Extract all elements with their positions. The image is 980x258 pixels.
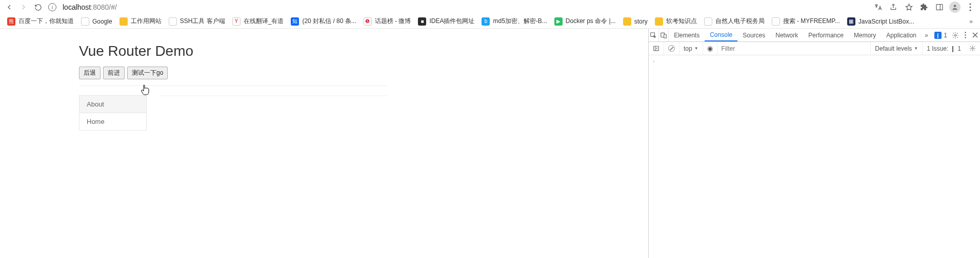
bookmark-label: 搜索 - MYFREEMP... xyxy=(783,17,840,26)
bookmark-item[interactable]: ❺话题榜 - 微博 xyxy=(364,17,411,26)
console-settings-icon[interactable] xyxy=(965,42,980,55)
bookmark-item[interactable]: GGoogle xyxy=(81,17,112,26)
svg-rect-7 xyxy=(664,34,666,38)
bookmark-label: 工作用网站 xyxy=(131,17,162,26)
test-go-button[interactable]: 测试一下go xyxy=(127,67,168,79)
forward-icon[interactable] xyxy=(18,2,29,12)
bookmark-item[interactable]: ♫搜索 - MYFREEMP... xyxy=(772,17,840,26)
address-bar[interactable]: localhost:8080/#/ xyxy=(63,3,117,11)
device-toggle-icon[interactable] xyxy=(659,29,669,41)
url-host: localhost xyxy=(63,3,91,11)
site-info[interactable]: i xyxy=(47,2,58,12)
star-icon[interactable] xyxy=(903,2,914,13)
svg-point-10 xyxy=(965,34,966,36)
bookmark-item[interactable]: ◎自然人电子税务局 xyxy=(704,17,765,26)
devtools-kebab-icon[interactable] xyxy=(960,29,970,41)
context-selector-label: top xyxy=(684,45,692,52)
translate-icon[interactable] xyxy=(872,2,884,13)
bookmark-item[interactable]: 工作用网站 xyxy=(119,17,162,26)
tab-performance[interactable]: Performance xyxy=(803,29,849,41)
context-selector[interactable]: top ▼ xyxy=(679,42,703,55)
bookmark-label: md5加密、解密-B... xyxy=(493,17,547,26)
bookmark-item[interactable]: 知(20 封私信 / 80 条... xyxy=(291,17,356,26)
browser-toolbar: i localhost:8080/#/ xyxy=(0,0,980,14)
tab-network[interactable]: Network xyxy=(770,29,803,41)
svg-point-8 xyxy=(954,34,956,36)
issues-chip-count: 1 xyxy=(944,32,947,39)
console-output[interactable]: › xyxy=(649,55,980,258)
profile-avatar[interactable] xyxy=(949,2,961,13)
svg-point-9 xyxy=(965,32,966,33)
bookmark-label: 在线翻译_有道 xyxy=(244,17,284,26)
bookmark-item[interactable]: ■IDEA插件包网址 xyxy=(418,17,474,26)
favicon: 熊 xyxy=(7,17,15,26)
favicon: 知 xyxy=(291,17,299,26)
log-levels-selector[interactable]: Default levels ▼ xyxy=(870,42,922,55)
issues-summary[interactable]: 1 Issue: ❙ 1 xyxy=(922,42,965,55)
extensions-icon[interactable] xyxy=(918,2,930,13)
settings-icon[interactable] xyxy=(950,29,960,41)
back-icon[interactable] xyxy=(4,2,14,12)
bookmark-item[interactable]: ▶Docker ps 命令 |... xyxy=(554,17,616,26)
svg-point-2 xyxy=(969,3,971,5)
info-icon: i xyxy=(48,3,56,11)
link-home[interactable]: Home xyxy=(79,113,147,130)
issues-summary-count: 1 xyxy=(957,45,961,52)
kebab-menu-icon[interactable] xyxy=(965,2,976,13)
favicon xyxy=(623,17,631,26)
bookmark-item[interactable]: bmd5加密、解密-B... xyxy=(482,17,547,26)
bookmark-item[interactable]: Y在线翻译_有道 xyxy=(232,17,284,26)
page-title: Vue Router Demo xyxy=(79,43,648,59)
console-filterbar: top ▼ ◉ Default levels ▼ 1 Issue: ❙ 1 xyxy=(649,42,980,55)
close-devtools-icon[interactable] xyxy=(970,29,980,41)
clear-console-icon[interactable] xyxy=(664,42,679,55)
share-icon[interactable] xyxy=(888,2,899,13)
bookmarks-overflow-icon[interactable]: » xyxy=(969,18,973,25)
chevron-down-icon: ▼ xyxy=(694,46,698,51)
favicon: ▶ xyxy=(554,17,563,26)
issues-chip[interactable]: ❙ 1 xyxy=(931,29,950,41)
bookmark-item[interactable]: story xyxy=(623,17,648,26)
console-sidebar-toggle-icon[interactable] xyxy=(649,42,664,55)
tab-sources[interactable]: Sources xyxy=(737,29,770,41)
favicon xyxy=(655,17,663,26)
tab-console[interactable]: Console xyxy=(705,29,737,41)
bookmark-label: story xyxy=(634,18,648,25)
link-about[interactable]: About xyxy=(79,95,147,113)
live-expression-icon[interactable]: ◉ xyxy=(703,42,717,55)
favicon: ∞ xyxy=(169,17,177,26)
console-prompt-icon: › xyxy=(653,58,655,64)
side-panel-icon[interactable] xyxy=(934,2,945,13)
reload-icon[interactable] xyxy=(33,2,43,12)
svg-point-3 xyxy=(969,6,971,8)
router-link-list: About Home xyxy=(79,95,147,131)
filter-input[interactable] xyxy=(722,44,867,53)
inspect-icon[interactable] xyxy=(649,29,659,41)
back-button[interactable]: 后退 xyxy=(79,67,101,79)
tab-application[interactable]: Application xyxy=(881,29,922,41)
bookmark-label: JavaScript ListBox... xyxy=(858,18,914,25)
link-about-label: About xyxy=(87,100,104,108)
bookmark-item[interactable]: ∞SSH工具 客户端 xyxy=(169,17,225,26)
url-path: :8080/#/ xyxy=(91,3,117,11)
more-tabs-icon[interactable]: » xyxy=(922,29,931,41)
tab-memory[interactable]: Memory xyxy=(849,29,881,41)
favicon xyxy=(119,17,128,26)
tab-elements[interactable]: Elements xyxy=(669,29,705,41)
chevron-down-icon: ▼ xyxy=(914,46,918,51)
bookmark-item[interactable]: ▦JavaScript ListBox... xyxy=(847,17,914,26)
router-view-placeholder xyxy=(159,95,387,96)
svg-point-11 xyxy=(965,37,966,38)
svg-point-1 xyxy=(954,5,956,7)
chip-icon: ❙ xyxy=(934,32,942,39)
link-home-label: Home xyxy=(87,118,105,125)
divider xyxy=(79,85,387,86)
page-content: Vue Router Demo 后退 前进 测试一下go About Home xyxy=(0,29,648,258)
chip-icon: ❙ xyxy=(950,45,955,52)
forward-button[interactable]: 前进 xyxy=(103,67,125,79)
log-levels-label: Default levels xyxy=(875,45,912,52)
bookmark-label: 自然人电子税务局 xyxy=(715,17,765,26)
bookmark-label: 话题榜 - 微博 xyxy=(375,17,411,26)
bookmark-item[interactable]: 软考知识点 xyxy=(655,17,697,26)
bookmark-item[interactable]: 熊百度一下，你就知道 xyxy=(7,17,74,26)
